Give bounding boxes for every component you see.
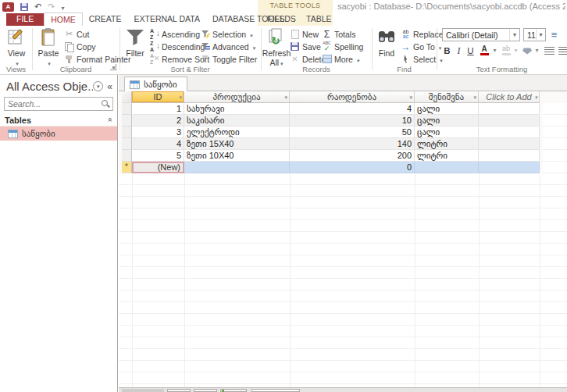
tab-table[interactable]: TABLE [300, 13, 337, 23]
nav-search-box[interactable] [4, 97, 113, 111]
tab-file[interactable]: FILE [6, 13, 44, 26]
tab-create[interactable]: CREATE [83, 13, 128, 26]
tables-section-header[interactable]: Tables » [0, 114, 117, 127]
column-header-note[interactable]: შენიშვნა▾ [415, 91, 479, 103]
search-input[interactable] [5, 99, 100, 109]
column-dropdown-icon[interactable]: ▾ [534, 92, 537, 103]
cell-note[interactable]: ლიტრი [415, 150, 479, 162]
record-selector[interactable] [122, 127, 132, 138]
paste-button[interactable]: Paste [36, 27, 61, 69]
cell-quantity[interactable]: 200 [290, 150, 415, 162]
selection-button[interactable]: Selection [200, 28, 253, 40]
cell-quantity[interactable]: 140 [290, 138, 415, 150]
advanced-filter-button[interactable]: Advanced [200, 41, 255, 52]
cell-quantity[interactable]: 4 [290, 103, 415, 115]
totals-button[interactable]: Totals [322, 28, 355, 40]
column-header-id[interactable]: ID▾ [132, 91, 184, 103]
underline-button[interactable]: U [465, 44, 476, 57]
cell-product[interactable]: საკისარი [184, 115, 290, 127]
cell-id[interactable]: 1 [132, 103, 184, 115]
fill-color-button[interactable] [522, 44, 533, 57]
goto-button[interactable]: Go To [401, 41, 441, 52]
cell-quantity[interactable]: 50 [290, 127, 415, 138]
save-icon[interactable] [20, 3, 28, 11]
customize-qat-icon[interactable] [61, 2, 64, 12]
select-all-cell[interactable] [122, 91, 132, 103]
italic-button[interactable]: I [454, 44, 464, 57]
new-record-note-cell[interactable] [415, 162, 479, 173]
column-header-click-to-add[interactable]: Click to Add▾ [479, 91, 540, 103]
select-button[interactable]: Select [401, 53, 443, 65]
format-painter-button[interactable]: Format Painter [64, 53, 130, 65]
cell-add[interactable] [479, 138, 540, 150]
new-record-add-cell[interactable] [479, 162, 540, 173]
copy-button[interactable]: Copy [64, 41, 96, 52]
font-name-dropdown-icon[interactable]: ▾ [509, 29, 519, 41]
font-size-dropdown-icon[interactable]: ▾ [536, 29, 545, 41]
record-selector[interactable] [122, 103, 132, 115]
cell-note[interactable]: ლიტრი [415, 138, 479, 150]
record-nav-buttons-stub[interactable] [167, 389, 191, 392]
bold-button[interactable]: B [442, 44, 452, 57]
font-color-button[interactable]: A [479, 44, 490, 57]
cell-note[interactable]: ცალი [415, 127, 479, 138]
font-size-combo[interactable]: 11 ▾ [523, 28, 546, 41]
new-record-selector[interactable]: * [122, 162, 132, 173]
nav-pane-menu-icon[interactable]: ▾ [93, 81, 103, 91]
cell-add[interactable] [479, 127, 540, 138]
align-center-button[interactable] [558, 44, 567, 57]
cell-id[interactable]: 3 [132, 127, 184, 138]
highlight-button[interactable]: ab [501, 44, 512, 57]
cut-button[interactable]: Cut [64, 28, 89, 40]
more-button[interactable]: More [322, 53, 359, 65]
cell-id[interactable]: 4 [132, 138, 184, 150]
cell-product[interactable]: ზეთი 10X40 [184, 150, 290, 162]
new-record-product-cell[interactable] [184, 162, 290, 173]
cell-quantity[interactable]: 10 [290, 115, 415, 127]
highlight-dropdown-icon[interactable]: ▾ [512, 44, 519, 57]
cell-product[interactable]: ზეთი 15X40 [184, 138, 290, 150]
toggle-filter-button[interactable]: Toggle Filter [200, 53, 257, 65]
record-selector[interactable] [122, 150, 132, 162]
document-tab-sawyobi[interactable]: საწყობი [124, 77, 187, 91]
column-header-quantity[interactable]: რაოდენობა▾ [290, 91, 415, 103]
cell-note[interactable]: ცალი [415, 115, 479, 127]
tab-fields[interactable]: FIELDS [261, 13, 302, 23]
font-name-combo[interactable]: Calibri (Detail) ▾ [442, 28, 520, 41]
view-button[interactable]: View [3, 27, 30, 69]
column-dropdown-icon[interactable]: ▾ [179, 92, 182, 103]
cell-note[interactable]: ცალი [415, 103, 479, 115]
cell-add[interactable] [479, 150, 540, 162]
cell-add[interactable] [479, 103, 540, 115]
redo-icon[interactable] [48, 2, 55, 12]
column-dropdown-icon[interactable]: ▾ [409, 92, 412, 103]
record-search-stub[interactable] [251, 389, 300, 392]
cell-product[interactable]: სახურავი [184, 103, 290, 115]
replace-button[interactable]: Replace [401, 28, 444, 40]
align-left-button[interactable] [544, 44, 555, 57]
tab-home[interactable]: HOME [44, 12, 83, 26]
tab-external-data[interactable]: EXTERNAL DATA [128, 13, 206, 26]
filter-button[interactable]: Filter [123, 27, 147, 58]
sort-descending-button[interactable]: ZA↓ Descending [149, 41, 205, 52]
refresh-all-button[interactable]: ↻ Refresh All [264, 27, 289, 69]
bullets-button[interactable] [549, 29, 559, 41]
record-selector[interactable] [122, 115, 132, 127]
cell-product[interactable]: ელექტროდი [184, 127, 290, 138]
cell-id[interactable]: 5 [132, 150, 184, 162]
column-dropdown-icon[interactable]: ▾ [284, 92, 287, 103]
collapse-group-icon[interactable]: » [106, 118, 115, 123]
new-record-button[interactable]: New [290, 28, 319, 40]
collapse-pane-icon[interactable]: « [107, 81, 112, 92]
find-button[interactable]: Find [376, 27, 398, 58]
save-record-button[interactable]: Save [290, 41, 321, 52]
column-dropdown-icon[interactable]: ▾ [473, 92, 476, 103]
nav-item-sawyobi[interactable]: საწყობი [0, 127, 117, 141]
column-header-product[interactable]: პროდუქცია▾ [184, 91, 290, 103]
search-icon[interactable] [100, 98, 111, 109]
spelling-button[interactable]: Spelling [322, 41, 363, 52]
cell-id[interactable]: 2 [132, 115, 184, 127]
new-record-id-cell[interactable]: (New) [132, 162, 184, 173]
undo-icon[interactable] [34, 2, 41, 12]
filter-indicator-stub[interactable] [220, 389, 247, 392]
